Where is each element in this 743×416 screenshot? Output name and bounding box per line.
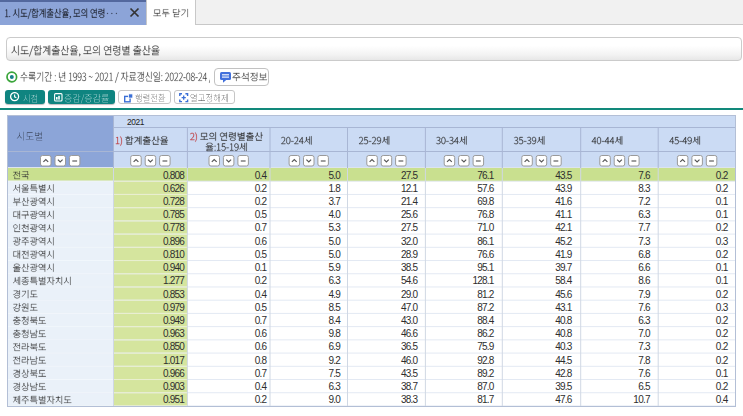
svg-text:41.1: 41.1 <box>555 209 573 220</box>
svg-text:0.951: 0.951 <box>163 394 185 405</box>
svg-text:58.4: 58.4 <box>555 275 573 286</box>
svg-text:0.2: 0.2 <box>255 394 268 405</box>
svg-text:43.5: 43.5 <box>401 368 419 379</box>
svg-text:7.3: 7.3 <box>638 236 651 247</box>
svg-text:38.5: 38.5 <box>401 262 419 273</box>
svg-text:39.7: 39.7 <box>555 262 573 273</box>
svg-text:0.810: 0.810 <box>163 249 185 260</box>
svg-text:76.8: 76.8 <box>477 209 495 220</box>
svg-text:0.728: 0.728 <box>163 196 185 207</box>
svg-text:0.1: 0.1 <box>716 262 729 273</box>
svg-text:8.6: 8.6 <box>638 275 651 286</box>
svg-text:0.2: 0.2 <box>716 170 729 181</box>
svg-text:0.5: 0.5 <box>255 302 268 313</box>
svg-text:0.8: 0.8 <box>255 355 268 366</box>
svg-text:29.0: 29.0 <box>401 289 419 300</box>
svg-text:46.6: 46.6 <box>401 328 419 339</box>
svg-text:7.5: 7.5 <box>329 368 342 379</box>
svg-text:0.949: 0.949 <box>163 315 185 326</box>
svg-text:40.3: 40.3 <box>555 341 573 352</box>
svg-text:46.0: 46.0 <box>401 355 419 366</box>
svg-text:4.9: 4.9 <box>329 289 342 300</box>
svg-text:88.4: 88.4 <box>477 315 495 326</box>
svg-text:0.940: 0.940 <box>163 262 185 273</box>
svg-text:5.0: 5.0 <box>329 249 342 260</box>
svg-text:5.0: 5.0 <box>329 236 342 247</box>
svg-text:0.6: 0.6 <box>255 341 268 352</box>
svg-text:81.7: 81.7 <box>477 394 495 405</box>
svg-text:6.8: 6.8 <box>638 249 651 260</box>
svg-text:0.6: 0.6 <box>255 328 268 339</box>
svg-text:38.7: 38.7 <box>401 381 419 392</box>
svg-text:6.9: 6.9 <box>329 341 342 352</box>
svg-text:0.5: 0.5 <box>255 249 268 260</box>
svg-text:76.1: 76.1 <box>477 170 495 181</box>
svg-text:27.5: 27.5 <box>401 170 419 181</box>
svg-text:7.8: 7.8 <box>638 355 651 366</box>
svg-text:41.9: 41.9 <box>555 249 573 260</box>
svg-text:45.2: 45.2 <box>555 236 573 247</box>
svg-text:7.6: 7.6 <box>638 170 651 181</box>
svg-text:0.4: 0.4 <box>255 289 268 300</box>
svg-text:0.2: 0.2 <box>716 289 729 300</box>
svg-text:32.0: 32.0 <box>401 236 419 247</box>
svg-text:7.6: 7.6 <box>638 302 651 313</box>
svg-text:87.2: 87.2 <box>477 302 495 313</box>
svg-text:0.1: 0.1 <box>716 368 729 379</box>
svg-text:9.0: 9.0 <box>329 394 342 405</box>
svg-text:43.0: 43.0 <box>401 315 419 326</box>
svg-text:9.8: 9.8 <box>329 328 342 339</box>
svg-text:0.7: 0.7 <box>255 368 268 379</box>
svg-text:0.2: 0.2 <box>716 341 729 352</box>
svg-text:0.1: 0.1 <box>255 262 268 273</box>
svg-text:0.6: 0.6 <box>255 236 268 247</box>
svg-text:0.2: 0.2 <box>716 355 729 366</box>
svg-text:7.7: 7.7 <box>638 222 651 233</box>
svg-text:0.785: 0.785 <box>163 209 185 220</box>
svg-text:0.626: 0.626 <box>163 183 185 194</box>
svg-text:40.8: 40.8 <box>555 315 573 326</box>
svg-text:47.0: 47.0 <box>401 302 419 313</box>
svg-text:0.850: 0.850 <box>163 341 185 352</box>
svg-text:92.8: 92.8 <box>477 355 495 366</box>
svg-text:0.966: 0.966 <box>163 368 185 379</box>
svg-text:8.3: 8.3 <box>638 183 651 194</box>
svg-text:6.5: 6.5 <box>638 381 651 392</box>
svg-text:12.1: 12.1 <box>401 183 419 194</box>
svg-text:0.2: 0.2 <box>716 222 729 233</box>
svg-text:47.6: 47.6 <box>555 394 573 405</box>
svg-text:95.1: 95.1 <box>477 262 495 273</box>
svg-text:86.1: 86.1 <box>477 236 495 247</box>
svg-text:0.979: 0.979 <box>163 302 185 313</box>
svg-text:76.6: 76.6 <box>477 249 495 260</box>
svg-text:1.277: 1.277 <box>163 275 185 286</box>
svg-text:7.3: 7.3 <box>638 341 651 352</box>
svg-text:6.3: 6.3 <box>329 275 342 286</box>
svg-text:69.8: 69.8 <box>477 196 495 207</box>
svg-text:7.2: 7.2 <box>638 196 651 207</box>
svg-text:5.0: 5.0 <box>329 170 342 181</box>
svg-text:41.6: 41.6 <box>555 196 573 207</box>
svg-text:44.5: 44.5 <box>555 355 573 366</box>
svg-text:2021: 2021 <box>127 117 145 127</box>
svg-text:0.2: 0.2 <box>716 183 729 194</box>
svg-text:42.8: 42.8 <box>555 368 573 379</box>
svg-text:1.8: 1.8 <box>329 183 342 194</box>
svg-text:21.4: 21.4 <box>401 196 419 207</box>
svg-text:6.3: 6.3 <box>329 381 342 392</box>
svg-text:6.3: 6.3 <box>638 209 651 220</box>
svg-text:0.896: 0.896 <box>163 236 185 247</box>
svg-text:9.2: 9.2 <box>329 355 342 366</box>
svg-text:0.2: 0.2 <box>716 315 729 326</box>
svg-text:0.3: 0.3 <box>716 302 729 313</box>
svg-text:7.9: 7.9 <box>638 289 651 300</box>
svg-text:8.5: 8.5 <box>329 302 342 313</box>
svg-text:25.6: 25.6 <box>401 209 419 220</box>
svg-text:0.963: 0.963 <box>163 328 185 339</box>
svg-text:6.6: 6.6 <box>638 262 651 273</box>
svg-text:0.853: 0.853 <box>163 289 185 300</box>
svg-text:0.1: 0.1 <box>716 209 729 220</box>
svg-text:3.7: 3.7 <box>329 196 342 207</box>
svg-text:0.4: 0.4 <box>255 170 268 181</box>
svg-text:7.6: 7.6 <box>638 368 651 379</box>
